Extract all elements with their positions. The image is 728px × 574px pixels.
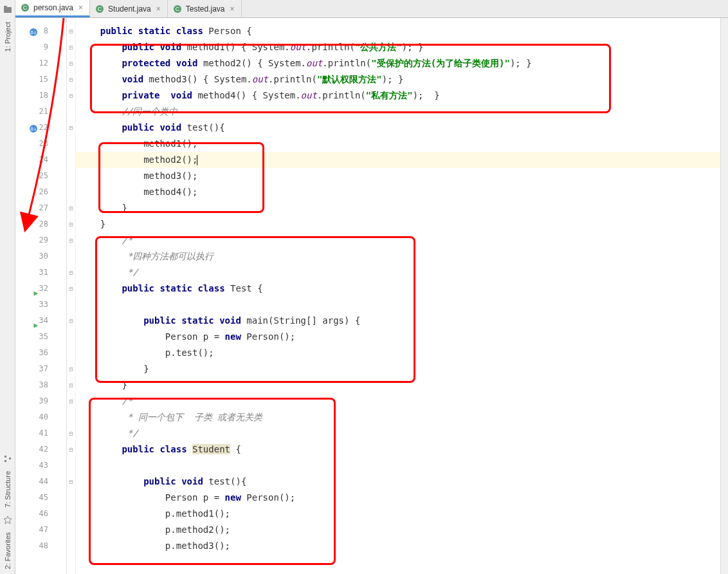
line-number: 24	[15, 152, 66, 168]
svg-text:C: C	[23, 5, 28, 11]
line-number: 47	[15, 522, 66, 538]
line-number: 18	[15, 88, 66, 104]
code-line: public void method1() { System.out.print…	[76, 39, 720, 55]
close-icon[interactable]: ×	[229, 5, 236, 14]
project-tool[interactable]: 1: Project	[4, 17, 12, 57]
structure-tool[interactable]: 7: Structure	[4, 466, 12, 513]
code-line: method1();	[76, 136, 720, 152]
tab-label: Student.java	[108, 5, 151, 14]
editor-tabs: C person.java × C Student.java × C Teste…	[15, 0, 728, 18]
line-number-gutter: 8o↓ 9 12 15 18 21 22o↓ 23 24 25 26 27 28…	[15, 18, 67, 574]
fold-marker[interactable]: ⊟	[67, 23, 75, 39]
code-line: */	[76, 425, 720, 441]
fold-marker[interactable]: ⊟	[67, 393, 75, 409]
editor[interactable]: 8o↓ 9 12 15 18 21 22o↓ 23 24 25 26 27 28…	[15, 18, 728, 574]
fold-marker[interactable]: ⊟	[67, 313, 75, 329]
fold-marker[interactable]: ⊟	[67, 71, 75, 88]
code-line: public static class Test {	[76, 281, 720, 297]
line-number: 35	[15, 329, 66, 345]
line-number: 25	[15, 168, 66, 184]
fold-marker[interactable]: ⊟	[67, 120, 75, 136]
favorites-tool-icon	[3, 515, 12, 524]
tab-tested[interactable]: C Tested.java ×	[168, 0, 242, 17]
code-area[interactable]: public static class Person { public void…	[76, 18, 720, 574]
tab-student[interactable]: C Student.java ×	[90, 0, 168, 17]
svg-text:C: C	[98, 6, 102, 12]
line-number: 33	[15, 297, 66, 313]
fold-marker[interactable]: ⊟	[67, 55, 75, 71]
code-line: protected void method2() { System.out.pr…	[76, 55, 720, 71]
code-line: p.method1();	[76, 506, 720, 522]
vertical-scrollbar[interactable]	[720, 18, 728, 574]
code-line: void method3() { System.out.println("默认权…	[76, 71, 720, 88]
tab-label: Tested.java	[186, 5, 225, 14]
tab-person[interactable]: C person.java ×	[15, 0, 90, 17]
main-area: C person.java × C Student.java × C Teste…	[15, 0, 728, 574]
line-number: 29	[15, 232, 66, 248]
code-line: */	[76, 264, 720, 281]
override-icon[interactable]: o↓	[29, 26, 38, 35]
line-number: 30	[15, 248, 66, 264]
code-line: method3();	[76, 168, 720, 184]
fold-marker[interactable]: ⊟	[67, 216, 75, 232]
svg-text:C: C	[176, 6, 180, 12]
line-number: 39	[15, 393, 66, 409]
fold-marker[interactable]: ⊟	[67, 474, 75, 490]
code-line	[76, 297, 720, 313]
line-number: 23	[15, 136, 66, 152]
code-line	[76, 458, 720, 474]
line-number: 26	[15, 184, 66, 200]
svg-text:o↓: o↓	[30, 126, 37, 132]
svg-rect-2	[5, 456, 6, 458]
line-number: 32▶	[15, 281, 66, 297]
line-number: 28	[15, 216, 66, 232]
code-line: p.method3();	[76, 538, 720, 554]
line-number: 21	[15, 104, 66, 120]
svg-rect-4	[9, 458, 11, 459]
fold-marker[interactable]: ⊟	[67, 200, 75, 216]
svg-marker-5	[4, 516, 12, 524]
code-line: public static class Person {	[76, 23, 720, 39]
code-line: public static void main(String[] args) {	[76, 313, 720, 329]
code-line: private void method4() { System.out.prin…	[76, 88, 720, 104]
fold-marker[interactable]: ⊟	[67, 264, 75, 281]
fold-marker[interactable]: ⊟	[67, 425, 75, 441]
code-line: *四种方法都可以执行	[76, 248, 720, 264]
svg-rect-0	[4, 7, 12, 13]
close-icon[interactable]: ×	[155, 5, 162, 14]
line-number: 22o↓	[15, 120, 66, 136]
left-tool-strip: 1: Project 7: Structure 2: Favorites	[0, 0, 15, 574]
fold-marker[interactable]: ⊟	[67, 377, 75, 393]
fold-marker[interactable]: ⊟	[67, 232, 75, 248]
override-icon[interactable]: o↓	[29, 123, 38, 132]
java-class-icon: C	[173, 5, 182, 14]
fold-marker[interactable]: ⊟	[67, 88, 75, 104]
line-number: 31	[15, 264, 66, 281]
code-line: }	[76, 216, 720, 232]
code-line: Person p = new Person();	[76, 329, 720, 345]
fold-marker[interactable]: ⊟	[67, 361, 75, 377]
svg-rect-3	[5, 460, 6, 462]
line-number: 45	[15, 490, 66, 506]
svg-rect-1	[4, 6, 7, 8]
fold-marker[interactable]: ⊟	[67, 441, 75, 458]
fold-marker[interactable]: ⊟	[67, 281, 75, 297]
code-line: p.test();	[76, 345, 720, 361]
code-line: * 同一个包下 子类 或者无关类	[76, 409, 720, 425]
code-line: /*	[76, 232, 720, 248]
close-icon[interactable]: ×	[77, 3, 84, 12]
java-class-icon: C	[21, 3, 30, 12]
line-number: 15	[15, 71, 66, 88]
code-line-current: method2();	[76, 152, 720, 168]
fold-marker[interactable]: ⊟	[67, 39, 75, 55]
line-number: 43	[15, 458, 66, 474]
line-number: 8o↓	[15, 23, 66, 39]
line-number: 12	[15, 55, 66, 71]
line-number: 37	[15, 361, 66, 377]
code-line: //同一个类中	[76, 104, 720, 120]
project-tool-icon	[3, 5, 12, 14]
favorites-tool[interactable]: 2: Favorites	[4, 527, 12, 574]
code-line: method4();	[76, 184, 720, 200]
code-line: }	[76, 377, 720, 393]
line-number: 42	[15, 441, 66, 458]
